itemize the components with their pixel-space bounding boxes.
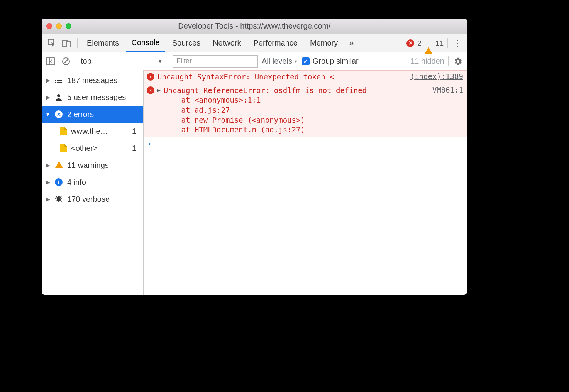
sidebar-item-messages[interactable]: ▶ 187 messages [42,72,143,89]
sidebar-item-user-messages[interactable]: ▶ 5 user messages [42,89,143,106]
devtools-tabbar: Elements Console Sources Network Perform… [42,34,467,52]
window-controls [46,23,71,29]
group-similar-label: Group similar [313,57,359,66]
info-icon: i [55,178,63,186]
log-levels-selector[interactable]: All levels ▼ [262,57,298,66]
svg-line-17 [61,199,62,199]
toggle-sidebar-icon[interactable] [45,56,56,67]
tab-memory[interactable]: Memory [305,34,343,52]
group-similar-toggle[interactable]: ✓ Group similar [302,57,359,66]
sidebar-item-warnings[interactable]: ▶ 11 warnings [42,157,143,174]
inspect-element-icon[interactable] [46,37,59,49]
kebab-menu-icon[interactable]: ⋮ [452,38,463,48]
levels-label: All levels [262,57,292,66]
source-count: 1 [132,144,136,153]
clear-console-icon[interactable] [60,56,72,67]
device-toolbar-icon[interactable] [60,37,73,49]
console-sidebar: ▶ 187 messages ▶ 5 user messages ▼ ✕ 2 e… [42,70,144,295]
svg-line-20 [56,196,58,198]
disclosure-icon: ▶ [45,162,51,168]
message-source-link[interactable]: (index):1389 [410,72,463,82]
sidebar-item-label: 4 info [67,178,86,187]
devtools-window: Developer Tools - https://www.theverge.c… [42,19,467,295]
separator [76,56,76,66]
warning-icon [55,161,63,170]
separator [77,38,78,48]
console-output: ✕ Uncaught SyntaxError: Unexpected token… [144,70,467,295]
dropdown-icon: ▼ [157,58,163,64]
file-icon [60,127,67,135]
sidebar-error-source[interactable]: www.the… 1 [42,123,143,140]
error-warning-counts[interactable]: ✕ 2 11 [406,39,444,47]
tab-performance[interactable]: Performance [248,34,303,52]
error-icon: ✕ [147,86,154,94]
console-error-message[interactable]: ✕ Uncaught SyntaxError: Unexpected token… [144,70,467,84]
dropdown-icon: ▼ [294,59,298,64]
error-icon: ✕ [55,110,63,118]
sidebar-item-info[interactable]: ▶ i 4 info [42,174,143,191]
error-icon: ✕ [406,39,414,47]
error-count: 2 [417,39,422,47]
svg-line-16 [55,199,57,199]
sidebar-item-label: 11 warnings [67,161,109,170]
tab-sources[interactable]: Sources [167,34,206,52]
file-icon [60,144,67,152]
source-name: <other> [71,144,98,153]
user-icon [55,93,63,101]
message-source-link[interactable]: VM861:1 [432,86,463,135]
separator [448,56,449,66]
sidebar-error-source[interactable]: <other> 1 [42,140,143,157]
minimize-window-button[interactable] [56,23,62,29]
sidebar-item-label: 5 user messages [67,93,126,102]
warning-count: 11 [435,39,444,47]
filter-input[interactable] [173,55,258,68]
disclosure-icon: ▶ [45,196,51,202]
svg-line-21 [60,196,61,198]
tab-network[interactable]: Network [207,34,246,52]
tabs-overflow-icon[interactable]: » [345,37,358,49]
execution-context-selector[interactable]: top ▼ [80,56,165,67]
console-toolbar: top ▼ All levels ▼ ✓ Group similar 11 hi… [42,52,467,70]
svg-line-19 [60,201,62,201]
svg-point-13 [57,94,60,97]
expand-icon[interactable]: ▶ [157,87,161,135]
disclosure-icon: ▼ [45,111,51,117]
error-icon: ✕ [147,73,154,81]
message-text: Uncaught SyntaxError: Unexpected token < [157,72,407,82]
sidebar-item-label: 2 errors [67,110,94,119]
svg-line-6 [64,59,68,64]
console-prompt[interactable]: › [144,137,467,150]
tab-console[interactable]: Console [126,34,165,52]
svg-point-15 [58,196,60,198]
list-icon [55,77,63,83]
prompt-icon: › [147,139,152,147]
source-name: www.the… [71,127,108,136]
separator [169,56,169,66]
message-text: Uncaught ReferenceError: osdlfm is not d… [164,86,429,135]
sidebar-item-label: 187 messages [67,76,117,85]
close-window-button[interactable] [46,23,52,29]
checkbox-checked-icon: ✓ [302,57,310,65]
warning-icon [425,39,432,54]
bug-icon [55,195,63,203]
svg-line-18 [56,201,57,201]
sidebar-item-verbose[interactable]: ▶ 170 verbose [42,191,143,208]
console-error-message[interactable]: ✕ ▶ Uncaught ReferenceError: osdlfm is n… [144,84,467,137]
svg-rect-2 [66,42,71,47]
tab-elements[interactable]: Elements [81,34,124,52]
window-title: Developer Tools - https://www.theverge.c… [42,22,467,30]
sidebar-item-errors[interactable]: ▼ ✕ 2 errors [42,106,143,123]
zoom-window-button[interactable] [66,23,71,29]
source-count: 1 [132,127,136,136]
hidden-count[interactable]: 11 hidden [410,57,444,66]
disclosure-icon: ▶ [45,179,51,185]
context-label: top [81,57,91,66]
settings-icon[interactable] [452,56,464,67]
sidebar-item-label: 170 verbose [67,195,110,204]
titlebar: Developer Tools - https://www.theverge.c… [42,19,467,34]
disclosure-icon: ▶ [45,94,51,100]
disclosure-icon: ▶ [45,77,51,83]
separator [447,38,448,48]
